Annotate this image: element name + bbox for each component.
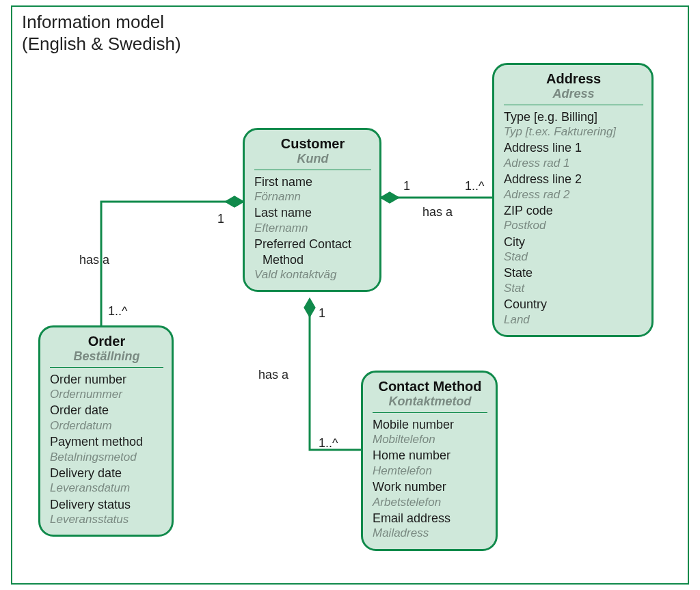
entity-name-en: Customer — [254, 135, 371, 152]
entity-name-sv: Kontaktmetod — [373, 394, 487, 410]
attr-sv: Stad — [504, 250, 643, 264]
relation-label-contact: has a — [258, 368, 288, 382]
attr-sv: Hemtelefon — [373, 464, 487, 478]
entity-name-en: Contact Method — [373, 378, 487, 394]
entity-name-en: Order — [50, 333, 163, 349]
cardinality-customer-to-contact-far: 1..^ — [319, 436, 338, 451]
cardinality-customer-to-order-near: 1 — [217, 212, 224, 226]
cardinality-customer-to-order-far: 1..^ — [108, 304, 127, 319]
attr-en: Address line 1 — [504, 140, 643, 156]
attr-en-cont: Method — [254, 252, 371, 268]
attr-sv: Vald kontaktväg — [254, 267, 371, 282]
entity-name-sv: Adress — [504, 87, 643, 102]
attr-sv: Typ [t.ex. Fakturering] — [504, 124, 643, 139]
attr-sv: Adress rad 1 — [504, 156, 643, 170]
diagram-title: Information model (English & Swedish) — [22, 11, 181, 55]
attr-en: Country — [504, 297, 643, 312]
entity-address: Address Adress Type [e.g. Billing] Typ [… — [492, 63, 654, 337]
attr-sv: Arbetstelefon — [373, 495, 487, 509]
entity-contact-method: Contact Method Kontaktmetod Mobile numbe… — [361, 371, 498, 551]
attr-sv: Leveransdatum — [50, 481, 163, 495]
cardinality-customer-to-address-far: 1..^ — [465, 179, 484, 193]
attr-sv: Orderdatum — [50, 418, 163, 433]
attr-en: Last name — [254, 205, 371, 221]
attr-en: Delivery date — [50, 466, 163, 481]
entity-header: Customer Kund — [254, 135, 371, 170]
relation-label-address: has a — [422, 205, 453, 219]
attr-en: Mobile number — [373, 417, 487, 433]
entity-customer: Customer Kund First name Förnamn Last na… — [243, 128, 381, 292]
attr-sv: Leveransstatus — [50, 512, 163, 526]
attr-en: Delivery status — [50, 497, 163, 513]
attr-sv: Efternamn — [254, 221, 371, 235]
attr-en: Order date — [50, 403, 163, 418]
attr-sv: Mailadress — [373, 526, 487, 540]
attr-en: Payment method — [50, 434, 163, 450]
entity-name-sv: Beställning — [50, 349, 163, 364]
cardinality-customer-to-address-near: 1 — [403, 179, 410, 193]
title-line-2: (English & Swedish) — [22, 33, 181, 54]
entity-name-en: Address — [504, 70, 643, 87]
attr-sv: Stat — [504, 281, 643, 295]
entity-order: Order Beställning Order number Ordernumm… — [38, 325, 174, 537]
attr-en: City — [504, 234, 643, 250]
attr-en: Address line 2 — [504, 172, 643, 187]
attr-sv: Postkod — [504, 218, 643, 232]
attr-en: Preferred Contact — [254, 237, 371, 252]
attr-en: Email address — [373, 511, 487, 526]
entity-header: Address Adress — [504, 70, 643, 105]
attr-en: Work number — [373, 479, 487, 495]
attr-en: State — [504, 265, 643, 281]
cardinality-customer-to-contact-near: 1 — [319, 306, 325, 321]
attr-sv: Förnamn — [254, 189, 371, 204]
attr-sv: Ordernummer — [50, 387, 163, 401]
attr-sv: Adress rad 2 — [504, 187, 643, 202]
entity-name-sv: Kund — [254, 152, 371, 167]
entity-header: Contact Method Kontaktmetod — [373, 378, 487, 413]
relation-label-order: has a — [79, 253, 109, 267]
svg-marker-0 — [226, 197, 243, 206]
attr-sv: Betalningsmetod — [50, 450, 163, 464]
title-line-1: Information model — [22, 12, 164, 32]
svg-marker-1 — [381, 193, 398, 202]
entity-header: Order Beställning — [50, 333, 163, 368]
attr-en: Type [e.g. Billing] — [504, 109, 643, 125]
diagram-frame: Information model (English & Swedish) 1 … — [11, 5, 689, 585]
attr-en: Home number — [373, 448, 487, 464]
attr-en: First name — [254, 174, 371, 190]
attr-sv: Land — [504, 312, 643, 327]
svg-marker-2 — [305, 299, 314, 316]
attr-en: Order number — [50, 372, 163, 388]
diagram-canvas: Information model (English & Swedish) 1 … — [0, 0, 700, 590]
attr-en: ZIP code — [504, 203, 643, 219]
attr-sv: Mobiltelefon — [373, 432, 487, 446]
